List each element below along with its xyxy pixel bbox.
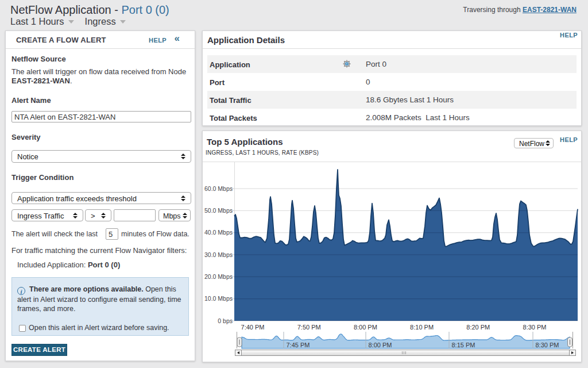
svg-text:7:45 PM: 7:45 PM: [287, 342, 310, 348]
svg-text:30.0 Mbps: 30.0 Mbps: [204, 251, 233, 258]
svg-text:60.0 Mbps: 60.0 Mbps: [204, 185, 233, 192]
svg-text:8:15 PM: 8:15 PM: [452, 342, 475, 348]
svg-text:8:00 PM: 8:00 PM: [369, 342, 392, 348]
svg-text:8:00 PM: 8:00 PM: [354, 324, 377, 331]
svg-text:40.0 Mbps: 40.0 Mbps: [204, 229, 233, 236]
svg-text:0 bps: 0 bps: [218, 317, 233, 324]
svg-text:10.0 Mbps: 10.0 Mbps: [204, 295, 233, 302]
svg-text:8:20 PM: 8:20 PM: [466, 324, 490, 331]
svg-text:8:10 PM: 8:10 PM: [410, 324, 434, 331]
svg-text:20.0 Mbps: 20.0 Mbps: [204, 273, 233, 280]
svg-text:50.0 Mbps: 50.0 Mbps: [204, 207, 233, 214]
svg-text:8:30 PM: 8:30 PM: [523, 324, 547, 331]
svg-text:7:40 PM: 7:40 PM: [241, 324, 265, 331]
svg-text:7:50 PM: 7:50 PM: [297, 324, 321, 331]
svg-text:8:30 PM: 8:30 PM: [536, 342, 559, 348]
